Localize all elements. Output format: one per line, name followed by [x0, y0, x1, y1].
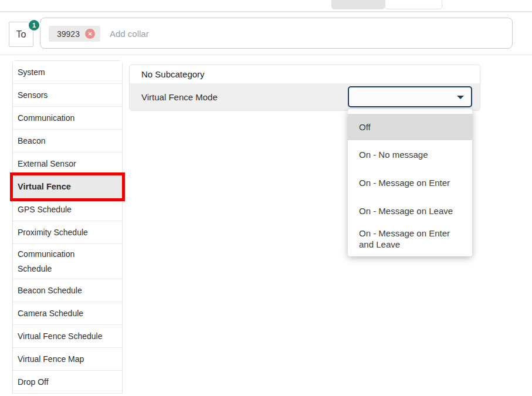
sidebar-item-beacon[interactable]: Beacon — [13, 130, 122, 153]
sidebar-item-label: Communication Schedule — [18, 247, 96, 276]
sidebar-item-label: System — [18, 67, 45, 77]
sidebar-item-label: Virtual Fence Schedule — [18, 331, 103, 341]
dropdown-option-label: On - Message on Leave — [359, 205, 453, 216]
sidebar-item-label: GPS Schedule — [18, 205, 72, 214]
virtual-fence-mode-select[interactable] — [348, 86, 472, 107]
sidebar-item-label: Virtual Fence — [18, 182, 71, 191]
remove-chip-icon[interactable]: ✕ — [85, 29, 95, 39]
dropdown-option-on-message-on-enter-and-leave[interactable]: On - Message on Enter and Leave — [348, 225, 472, 253]
sidebar-item-sensors[interactable]: Sensors — [13, 84, 122, 107]
sidebar-item-label: Proximity Schedule — [18, 228, 88, 237]
sidebar-item-camera-schedule[interactable]: Camera Schedule — [13, 302, 122, 325]
panel-title: No Subcategory — [130, 65, 480, 83]
sidebar-item-communication-schedule[interactable]: Communication Schedule — [13, 244, 122, 279]
sidebar-item-label: Beacon — [18, 136, 45, 145]
sidebar-item-external-sensor[interactable]: External Sensor — [13, 153, 122, 175]
sidebar-item-label: Beacon Schedule — [18, 286, 82, 295]
sidebar-item-system[interactable]: System — [13, 61, 122, 84]
sidebar-item-label: External Sensor — [18, 159, 76, 168]
collar-chip-value: 39923 — [57, 29, 80, 39]
sidebar-item-communication[interactable]: Communication — [13, 107, 122, 130]
recipient-count: 1 — [32, 22, 36, 29]
virtual-fence-mode-dropdown: Off On - No message On - Message on Ente… — [348, 109, 472, 256]
dropdown-option-on-message-on-leave[interactable]: On - Message on Leave — [348, 197, 472, 225]
settings-panel: No Subcategory Virtual Fence Mode — [129, 65, 480, 111]
section-divider — [0, 55, 532, 55]
dropdown-option-label: Off — [359, 121, 371, 133]
sidebar-item-label: Drop Off — [18, 377, 49, 387]
top-tab-unselected[interactable] — [385, 0, 442, 9]
sidebar-item-label: Virtual Fence Map — [18, 354, 84, 364]
dropdown-option-off[interactable]: Off — [348, 114, 472, 140]
top-tab-selected[interactable] — [331, 0, 385, 9]
dropdown-option-label: On - No message — [359, 149, 428, 160]
sidebar-item-beacon-schedule[interactable]: Beacon Schedule — [13, 279, 122, 302]
sidebar-item-proximity-schedule[interactable]: Proximity Schedule — [13, 221, 122, 244]
dropdown-caret-icon — [457, 96, 464, 99]
virtual-fence-mode-label: Virtual Fence Mode — [141, 92, 218, 102]
dropdown-option-on-no-message[interactable]: On - No message — [348, 140, 472, 168]
panel-title-text: No Subcategory — [141, 69, 205, 79]
category-sidebar: System Sensors Communication Beacon Exte… — [12, 60, 123, 394]
sidebar-item-label: Sensors — [18, 90, 48, 100]
to-label: To — [16, 29, 26, 40]
dropdown-option-label: On - Message on Enter and Leave — [359, 228, 461, 250]
sidebar-item-label: Communication — [18, 113, 74, 123]
sidebar-item-virtual-fence[interactable]: Virtual Fence — [13, 175, 122, 198]
collar-input[interactable]: 39923 ✕ Add collar — [40, 18, 513, 49]
sidebar-item-virtual-fence-map[interactable]: Virtual Fence Map — [13, 348, 122, 371]
sidebar-item-gps-schedule[interactable]: GPS Schedule — [13, 198, 122, 221]
dropdown-option-on-message-on-enter[interactable]: On - Message on Enter — [348, 168, 472, 197]
sidebar-item-drop-off[interactable]: Drop Off — [13, 371, 122, 394]
recipient-count-badge: 1 — [28, 19, 40, 32]
virtual-fence-mode-row: Virtual Fence Mode — [130, 83, 480, 110]
dropdown-option-label: On - Message on Enter — [359, 177, 450, 188]
sidebar-item-label: Camera Schedule — [18, 309, 83, 318]
sidebar-item-virtual-fence-schedule[interactable]: Virtual Fence Schedule — [13, 325, 122, 348]
top-divider — [0, 11, 532, 12]
collar-input-placeholder: Add collar — [110, 26, 149, 42]
collar-chip: 39923 ✕ — [49, 26, 100, 42]
